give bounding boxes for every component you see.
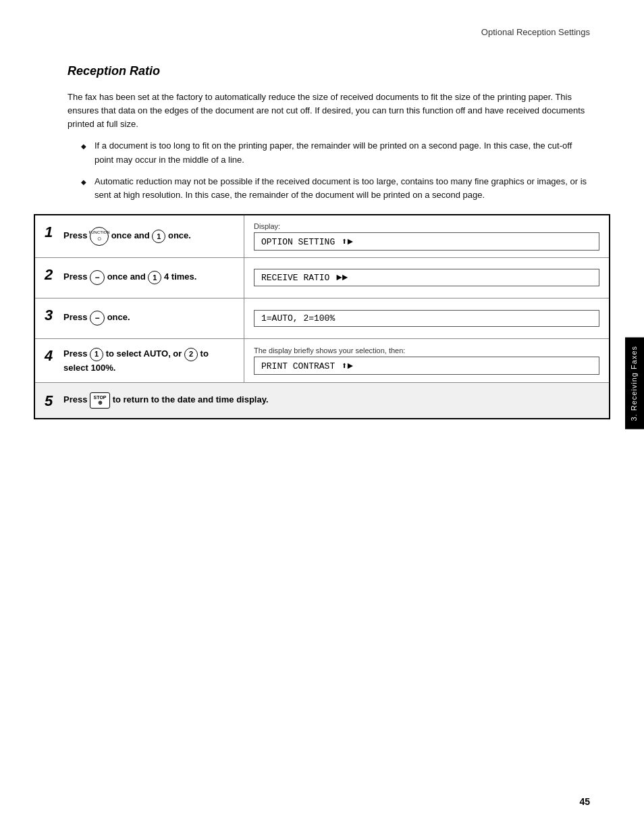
section-title: Reception Ratio [68,64,644,78]
step-1-text-once: once and [111,230,153,240]
step-2-display-text: RECEIVE RATIO [261,273,329,283]
step-4-display-text: PRINT CONTRAST [261,361,335,371]
step-4-display-arrow: ⬆► [342,361,353,371]
step-3-left: 3 Press − once. [35,298,244,338]
number-button-4a: 1 [90,348,103,361]
step-3-text: once. [107,313,130,323]
step-2-content: Press − once and 1 4 times. [63,270,234,285]
step-3-display-text: 1=AUTO, 2=100% [261,313,335,323]
step-row-2: 2 Press − once and 1 4 times. RECEIVE RA… [35,258,609,298]
number-button-2: 1 [148,271,161,284]
step-4-display-box: PRINT CONTRAST ⬆► [254,357,599,375]
step-1-number: 1 [45,224,59,240]
step-2-right: RECEIVE RATIO ►► [244,258,609,298]
step-4-left: 4 Press 1 to select AUTO, or 2 toselect … [35,339,244,382]
step-1-left: 1 Press FUNCTION ○ once and 1 once. [35,215,244,257]
arrow-button-3: − [90,311,105,325]
function-icon: ○ [97,235,102,242]
function-button-1: FUNCTION ○ [90,227,109,246]
step-1-content: Press FUNCTION ○ once and 1 once. [63,227,234,246]
step-1-text-once2: once. [168,230,191,240]
number-button-4b: 2 [184,348,198,361]
step-2-left: 2 Press − once and 1 4 times. [35,258,244,298]
side-tab-text: 3. Receiving Faxes [630,346,638,421]
step-3-right: 1=AUTO, 2=100% [244,298,609,338]
step-2-display-box: RECEIVE RATIO ►► [254,269,599,286]
step-4-content: Press 1 to select AUTO, or 2 toselect 10… [63,347,234,374]
steps-table: 1 Press FUNCTION ○ once and 1 once. Disp… [34,214,610,419]
step-5-number: 5 [45,392,59,409]
step-3-content: Press − once. [63,311,234,325]
step-2-text2: 4 times. [164,272,196,282]
step-3-display-box: 1=AUTO, 2=100% [254,310,599,327]
step-4-number: 4 [45,347,59,363]
step-1-display-label: Display: [254,222,599,230]
step-3-number: 3 [45,307,59,323]
step-4-text1: to select AUTO, or [106,348,184,359]
step-row-3: 3 Press − once. 1=AUTO, 2=100% [35,298,609,339]
step-4-display-label: The display briefly shows your selection… [254,346,599,355]
step-4-right: The display briefly shows your selection… [244,339,609,382]
intro-text: The fax has been set at the factory to a… [68,90,590,131]
page-container: 3. Receiving Faxes Optional Reception Se… [0,0,644,834]
bullet-item-2: Automatic reduction may not be possible … [81,175,590,202]
step-2-text1: once and [107,272,149,282]
step-5-text: to return to the date and time display. [113,394,269,405]
header-title: Optional Reception Settings [481,27,590,37]
step-2-number: 2 [45,266,59,282]
arrow-button-2: − [90,270,105,285]
side-tab: 3. Receiving Faxes [625,338,644,429]
step-1-display-text: OPTION SETTING [261,237,335,247]
step-5-content: Press STOP ⊛ to return to the date and t… [63,392,269,409]
step-row-1: 1 Press FUNCTION ○ once and 1 once. Disp… [35,215,609,258]
step-1-display-arrow: ⬆► [342,236,353,247]
page-header: Optional Reception Settings [0,0,644,51]
step-row-5: 5 Press STOP ⊛ to return to the date and… [35,383,609,419]
bullet-item-1: If a document is too long to fit on the … [81,139,590,166]
step-1-right: Display: OPTION SETTING ⬆► [244,215,609,257]
stop-button: STOP ⊛ [90,392,110,409]
stop-label: STOP [94,395,107,400]
step-row-4: 4 Press 1 to select AUTO, or 2 toselect … [35,339,609,383]
step-1-display-box: OPTION SETTING ⬆► [254,232,599,251]
stop-icon: ⊛ [98,400,103,406]
step-2-display-arrow: ►► [336,272,348,283]
number-button-1a: 1 [152,230,165,243]
page-number: 45 [579,796,590,807]
